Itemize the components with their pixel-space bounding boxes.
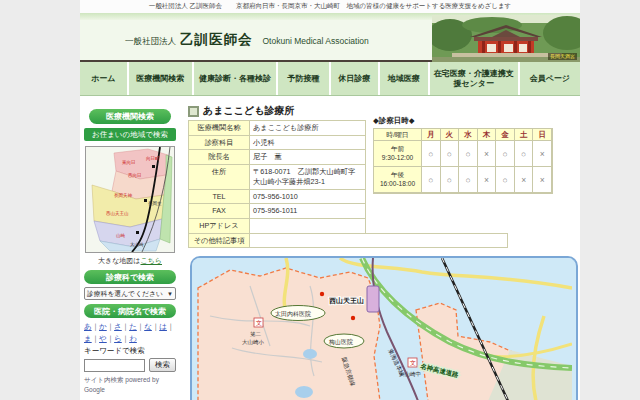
map-school-mark-icon: 文	[410, 359, 416, 366]
table-row: FAX 075-956-1011	[188, 204, 508, 219]
minimap-label-nishimukou: 西向日	[128, 172, 142, 178]
info-label: 医療機関名称	[188, 120, 250, 136]
keyword-search-button[interactable]: 検索	[149, 358, 176, 372]
map-school-mark-icon: 文	[256, 319, 262, 326]
clinic-name-search-button[interactable]: 医院・病院名で検索	[84, 304, 176, 318]
area-search-header: お住まいの地域で検索	[84, 128, 176, 141]
info-value: あまここども診療所	[249, 120, 366, 136]
table-row: HPアドレス	[188, 219, 508, 234]
kana-link-ra[interactable]: ら	[114, 334, 129, 343]
minimap-label-yamazaki: 山崎	[116, 233, 126, 238]
region-minimap[interactable]: 東向日 向日町 西向日 長岡天神 西山天王山 長岡京 山崎 大山崎	[85, 146, 175, 253]
site-header: 一般社団法人 乙訓医師会 Otokuni Medical Association	[80, 20, 580, 60]
period-am: 午前 9:30-12:00	[373, 140, 422, 167]
kana-link-ha[interactable]: は	[159, 322, 174, 331]
site-search-label: サイト内検索	[84, 376, 123, 383]
access-map: 西山天王山 太田内科医院 梅山医院 文 第二 大山崎小	[190, 256, 578, 400]
nav-item-members[interactable]: 会員ページ	[518, 62, 580, 95]
kana-link-ta[interactable]: た	[129, 322, 144, 331]
access-map-image: 西山天王山 太田内科医院 梅山医院 文 第二 大山崎小	[192, 258, 572, 400]
mark-cell: ○	[514, 140, 534, 167]
org-name-en: Otokuni Medical Association	[263, 36, 369, 46]
sidebar-search-button[interactable]: 医療機関検索	[89, 109, 171, 124]
nav-item-holiday[interactable]: 休日診療	[329, 62, 378, 95]
table-row: その他特記事項	[188, 234, 508, 249]
main-content: あまここども診療所 医療機関名称 あまここども診療所 診察科目 小児科 院長名 …	[186, 102, 580, 400]
org-prefix: 一般社団法人	[125, 36, 176, 48]
mark-cell: ○	[458, 140, 478, 167]
site-logo[interactable]: 一般社団法人 乙訓医師会 Otokuni Medical Association	[125, 31, 369, 49]
info-label: 診察科目	[188, 135, 250, 151]
mark-cell: ×	[477, 140, 497, 167]
sidebar: 医療機関検索 お住まいの地域で検索 東向日 向日町	[82, 109, 178, 395]
info-value	[249, 233, 508, 249]
info-label: 院長名	[188, 149, 250, 165]
mark-cell: ○	[440, 166, 460, 193]
topbar-org-name: 一般社団法人 乙訓医師会	[149, 2, 222, 11]
nav-item-search[interactable]: 医療機関検索	[127, 62, 192, 95]
map-clinic2-label: 梅山医院	[328, 338, 353, 346]
info-label: TEL	[188, 189, 250, 205]
map-clinic1-label: 太田内科医院	[275, 310, 311, 318]
kana-link-ma[interactable]: ま	[84, 334, 99, 343]
keyword-search-label: キーワードで検索	[84, 346, 176, 356]
info-value: 075-956-1010	[249, 189, 366, 205]
title-bullet-icon	[188, 106, 199, 117]
mark-cell: ○	[495, 140, 515, 167]
top-utility-bar: 一般社団法人 乙訓医師会 京都府向日市・長岡京市・大山崎町 地域の皆様の健康をサ…	[80, 0, 580, 13]
mark-cell: ○	[495, 166, 515, 193]
info-label: その他特記事項	[188, 233, 250, 249]
period-label: 午前	[391, 145, 404, 154]
big-map-link[interactable]: こちら	[141, 257, 163, 264]
minimap-label-nagaokakyo: 長岡京	[148, 200, 162, 206]
nav-item-checkup[interactable]: 健康診断・各種検診	[192, 62, 276, 95]
mark-cell: ×	[514, 166, 534, 193]
info-value: 075-956-1011	[249, 203, 366, 219]
minimap-label-nagaokatenjin: 長岡天神	[114, 192, 133, 198]
nav-item-vaccination[interactable]: 予防接種	[276, 62, 329, 95]
schedule-section: ◆診察日時◆ 時/曜日 月 火 水 木 金 土 日	[373, 116, 553, 194]
nav-item-home[interactable]: ホーム	[80, 62, 127, 95]
mark-cell: ○	[421, 166, 441, 193]
keyword-search-row: 検索	[84, 358, 176, 372]
period-hours: 9:30-12:00	[382, 154, 414, 163]
kana-link-sa[interactable]: さ	[114, 322, 129, 331]
mark-cell: ○	[458, 166, 478, 193]
kana-link-na[interactable]: な	[144, 322, 159, 331]
keyword-input[interactable]	[84, 359, 145, 372]
mark-cell: ×	[532, 166, 552, 193]
minimap-label-higashimukou: 東向日	[122, 160, 136, 165]
kana-index: あかさたなはまやらわ	[84, 321, 176, 344]
photo-caption: 長岡天満宮	[548, 53, 577, 60]
site-search-note: サイト内検索 powered by Google	[84, 375, 176, 395]
info-value: 〒618-0071 乙訓郡大山崎町字大山崎小字藤井畑23-1	[249, 164, 366, 189]
page-title: あまここども診療所	[203, 104, 294, 118]
schedule-title: ◆診察日時◆	[373, 116, 553, 126]
kana-link-ya[interactable]: や	[99, 334, 114, 343]
period-hours: 16:00-18:00	[380, 180, 415, 189]
mark-cell: ×	[532, 140, 552, 167]
mark-cell: ○	[421, 140, 441, 167]
shrine-photo: 長岡天満宮	[432, 15, 580, 62]
topbar-tagline: 京都府向日市・長岡京市・大山崎町 地域の皆様の健康をサポートする医療支援をめざし…	[236, 2, 511, 11]
kana-link-wa[interactable]: わ	[129, 334, 137, 343]
map-school1-line1: 第二	[250, 331, 262, 337]
kana-link-ka[interactable]: か	[99, 322, 114, 331]
org-name: 乙訓医師会	[180, 31, 253, 49]
schedule-table: 時/曜日 月 火 水 木 金 土 日 午前 9:30-12	[373, 128, 553, 194]
nav-item-community[interactable]: 地域医療	[378, 62, 428, 95]
page-body: 医療機関検索 お住まいの地域で検索 東向日 向日町	[80, 96, 580, 400]
schedule-row-pm: 午後 16:00-18:00 ○ ○ ○ × ○ × ×	[374, 167, 552, 193]
period-label: 午後	[391, 171, 404, 180]
info-value: 小児科	[249, 135, 366, 151]
nav-item-homecare[interactable]: 在宅医療・介護連携支援センター	[428, 62, 518, 95]
department-select[interactable]: 診療科を選んでください ▼	[84, 287, 176, 300]
big-map-note: 大きな地図はこちら	[82, 256, 178, 266]
department-search-button[interactable]: 診療科で検索	[84, 270, 176, 284]
kana-link-a[interactable]: あ	[84, 322, 99, 331]
minimap-label-nishiyamatennozan: 西山天王山	[106, 210, 129, 216]
chevron-down-icon: ▼	[167, 291, 173, 297]
mark-cell: ×	[477, 166, 497, 193]
page-background: 一般社団法人 乙訓医師会 京都府向日市・長岡京市・大山崎町 地域の皆様の健康をサ…	[0, 0, 640, 400]
minimap-label-oyamazaki: 大山崎	[130, 242, 144, 247]
